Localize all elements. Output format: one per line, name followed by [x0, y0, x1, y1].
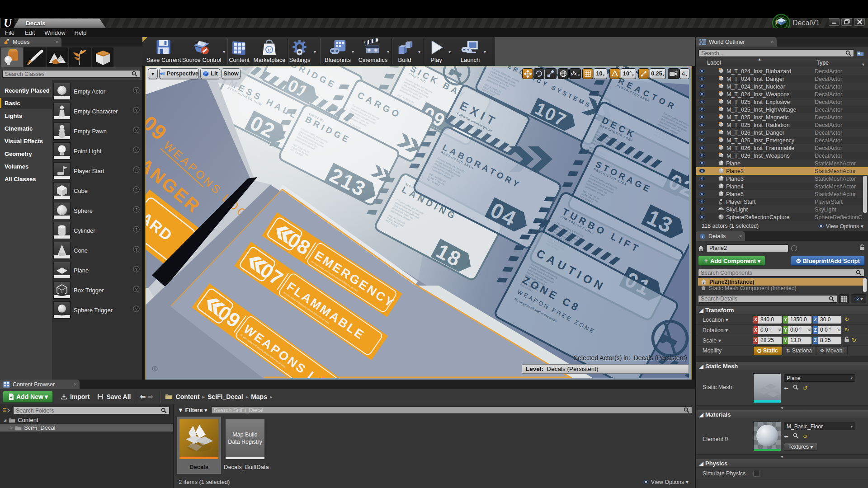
svg-text:?: ?	[135, 247, 137, 252]
svg-text:i: i	[702, 234, 703, 239]
svg-text:u: u	[268, 47, 271, 52]
svg-text:?: ?	[135, 207, 137, 212]
svg-text:?: ?	[135, 188, 137, 192]
svg-text:?: ?	[135, 307, 137, 311]
svg-text:+: +	[858, 52, 860, 56]
svg-text:?: ?	[135, 227, 137, 232]
svg-text:?: ?	[135, 168, 137, 172]
svg-text:?: ?	[135, 287, 137, 291]
svg-text:?: ?	[135, 128, 137, 132]
svg-text:?: ?	[135, 88, 137, 93]
svg-text:?: ?	[135, 267, 137, 272]
svg-text:?: ?	[135, 148, 137, 152]
svg-text:+: +	[10, 395, 12, 400]
svg-text:?: ?	[135, 108, 137, 113]
